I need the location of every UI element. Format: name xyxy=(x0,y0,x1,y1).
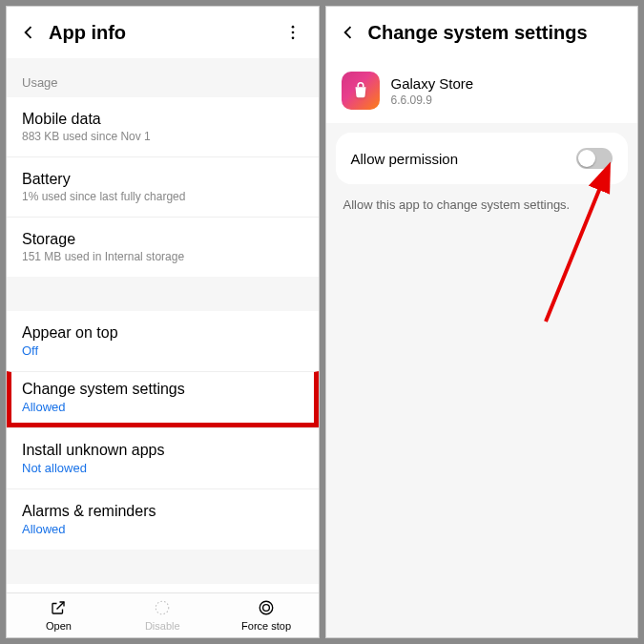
screen-change-system-settings: Change system settings Galaxy Store 6.6.… xyxy=(325,6,639,638)
row-title: Mobile data xyxy=(22,111,303,128)
row-install-unknown-apps[interactable]: Install unknown apps Not allowed xyxy=(7,427,319,488)
row-title: Storage xyxy=(22,231,303,248)
row-title: Install unknown apps xyxy=(22,442,303,459)
row-appear-on-top[interactable]: Appear on top Off xyxy=(7,311,319,371)
nav-label: Force stop xyxy=(241,620,291,632)
row-status: Off xyxy=(22,343,303,358)
permissions-group: Appear on top Off Change system settings… xyxy=(7,311,319,550)
content: Galaxy Store 6.6.09.9 Allow permission A… xyxy=(326,58,638,637)
row-sub: 1% used since last fully charged xyxy=(22,190,303,203)
row-title: Battery xyxy=(22,171,303,188)
row-storage[interactable]: Storage 151 MB used in Internal storage xyxy=(7,217,319,277)
svg-point-2 xyxy=(291,37,294,40)
permission-toggle[interactable] xyxy=(576,148,613,169)
row-title: Appear on top xyxy=(22,324,303,342)
row-title: Change system settings xyxy=(22,381,303,398)
app-name: Galaxy Store xyxy=(391,75,474,92)
nav-force-stop[interactable]: Force stop xyxy=(215,597,319,632)
disable-icon xyxy=(152,597,173,618)
usage-group: Mobile data 883 KB used since Nov 1 Batt… xyxy=(7,97,319,277)
row-status: Allowed xyxy=(22,400,303,414)
galaxy-store-icon xyxy=(342,72,380,110)
app-details-group: App details in store xyxy=(7,584,319,592)
row-status: Allowed xyxy=(22,522,303,536)
row-app-details[interactable]: App details in store xyxy=(7,584,319,592)
bottom-nav: Open Disable Force stop xyxy=(7,592,319,637)
screen-app-info: App info Usage Mobile data 883 KB used s… xyxy=(6,6,320,638)
svg-point-5 xyxy=(263,605,270,612)
section-label-usage: Usage xyxy=(7,58,319,97)
header: Change system settings xyxy=(326,7,638,58)
svg-point-1 xyxy=(291,31,294,34)
svg-point-4 xyxy=(260,601,273,614)
nav-label: Disable xyxy=(145,620,180,632)
app-info: Galaxy Store 6.6.09.9 xyxy=(391,75,474,107)
permission-description: Allow this app to change system settings… xyxy=(326,184,638,225)
open-icon xyxy=(48,597,69,618)
page-title: App info xyxy=(49,22,280,44)
row-mobile-data[interactable]: Mobile data 883 KB used since Nov 1 xyxy=(7,97,319,156)
force-stop-icon xyxy=(256,597,277,618)
back-icon[interactable] xyxy=(16,20,41,45)
nav-open[interactable]: Open xyxy=(7,597,111,632)
row-battery[interactable]: Battery 1% used since last fully charged xyxy=(7,156,319,217)
content: Usage Mobile data 883 KB used since Nov … xyxy=(7,58,319,592)
page-title: Change system settings xyxy=(368,22,625,44)
nav-disable: Disable xyxy=(111,597,215,632)
back-icon[interactable] xyxy=(336,20,361,45)
more-icon[interactable] xyxy=(280,20,305,45)
row-status: Not allowed xyxy=(22,461,303,475)
app-row: Galaxy Store 6.6.09.9 xyxy=(326,58,638,123)
row-title: Alarms & reminders xyxy=(22,503,303,520)
svg-point-3 xyxy=(156,601,169,614)
svg-point-0 xyxy=(291,26,294,29)
permission-row: Allow permission xyxy=(336,133,629,184)
app-version: 6.6.09.9 xyxy=(391,93,474,107)
header: App info xyxy=(7,7,319,58)
row-sub: 151 MB used in Internal storage xyxy=(22,250,303,263)
row-sub: 883 KB used since Nov 1 xyxy=(22,130,303,143)
row-change-system-settings[interactable]: Change system settings Allowed xyxy=(7,371,319,427)
permission-label: Allow permission xyxy=(351,151,577,167)
row-alarms-reminders[interactable]: Alarms & reminders Allowed xyxy=(7,488,319,550)
nav-label: Open xyxy=(46,620,72,632)
